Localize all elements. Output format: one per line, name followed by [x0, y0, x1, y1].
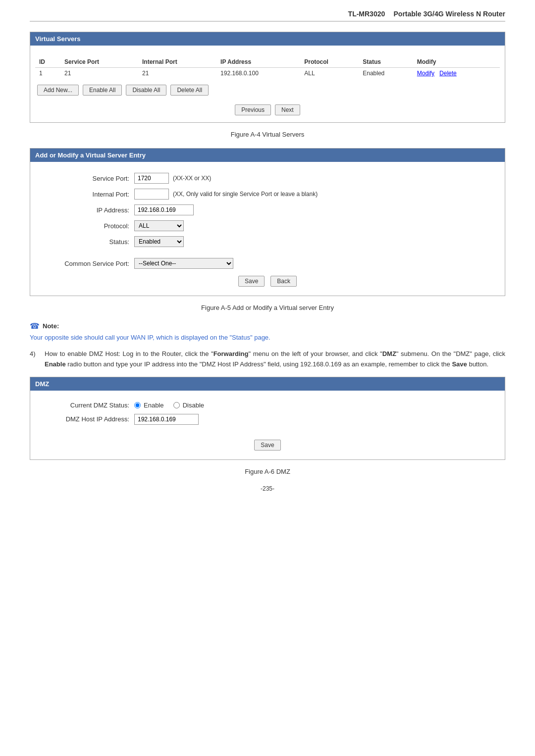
- service-port-label: Service Port:: [35, 175, 134, 182]
- note-label: Note:: [43, 322, 59, 330]
- internal-port-label: Internal Port:: [35, 191, 134, 198]
- col-protocol: Protocol: [300, 56, 359, 68]
- internal-port-row: Internal Port: (XX, Only valid for singl…: [35, 189, 500, 200]
- ip-address-row: IP Address:: [35, 204, 500, 215]
- cell-ip-address: 192.168.0.100: [216, 68, 300, 79]
- col-service-port: Service Port: [60, 56, 138, 68]
- add-modify-title: Add or Modify a Virtual Server Entry: [30, 149, 505, 162]
- dmz-host-ip-row: DMZ Host IP Address:: [35, 414, 500, 425]
- forwarding-bold: Forwarding: [214, 350, 249, 357]
- next-button[interactable]: Next: [275, 104, 300, 115]
- dmz-disable-radio[interactable]: [173, 402, 180, 408]
- item-4: 4) How to enable DMZ Host: Log in to the…: [30, 349, 505, 370]
- dmz-enable-label: Enable: [144, 402, 163, 409]
- internal-port-hint: (XX, Only valid for single Service Port …: [173, 191, 318, 198]
- item-4-content: How to enable DMZ Host: Log in to the Ro…: [45, 349, 505, 370]
- table-row: 1 21 21 192.168.0.100 ALL Enabled Modify…: [35, 68, 500, 79]
- figure-a4-caption: Figure A-4 Virtual Servers: [30, 131, 505, 138]
- back-button[interactable]: Back: [270, 276, 297, 287]
- disable-all-button[interactable]: Disable All: [126, 85, 166, 96]
- pagination-row: Previous Next: [35, 101, 500, 117]
- status-select[interactable]: Enabled Disabled: [134, 236, 184, 247]
- item-4-number: 4): [30, 349, 40, 370]
- service-port-row: Service Port: (XX-XX or XX): [35, 173, 500, 184]
- status-row: Status: Enabled Disabled: [35, 236, 500, 247]
- note-text: Your opposite side should call your WAN …: [30, 334, 505, 341]
- col-ip-address: IP Address: [216, 56, 300, 68]
- cell-service-port: 21: [60, 68, 138, 79]
- virtual-servers-title: Virtual Servers: [30, 32, 505, 46]
- cell-status: Enabled: [359, 68, 413, 79]
- protocol-label: Protocol:: [35, 222, 134, 230]
- dmz-status-row: Current DMZ Status: Enable Disable: [35, 402, 500, 409]
- dmz-host-ip-label: DMZ Host IP Address:: [35, 415, 134, 423]
- note-icon: ☎: [30, 321, 40, 331]
- page-number: -235-: [30, 485, 505, 492]
- delete-link[interactable]: Delete: [439, 70, 457, 77]
- page-header: TL-MR3020 Portable 3G/4G Wireless N Rout…: [30, 10, 505, 22]
- common-service-port-row: Common Service Port: --Select One--: [35, 258, 500, 269]
- ip-address-label: IP Address:: [35, 206, 134, 214]
- modify-link[interactable]: Modify: [417, 70, 434, 77]
- enable-all-button[interactable]: Enable All: [83, 85, 122, 96]
- save-bold: Save: [452, 360, 467, 368]
- virtual-servers-panel: Virtual Servers ID Service Port Internal…: [30, 32, 505, 123]
- dmz-save-button[interactable]: Save: [254, 440, 280, 451]
- col-modify: Modify: [413, 56, 500, 68]
- add-modify-btn-row: Save Back: [35, 276, 500, 287]
- figure-a6-caption: Figure A-6 DMZ: [30, 468, 505, 475]
- vserver-button-row: Add New... Enable All Disable All Delete…: [35, 85, 500, 96]
- dmz-panel: DMZ Current DMZ Status: Enable Disable D…: [30, 377, 505, 460]
- dmz-host-ip-input[interactable]: [134, 414, 199, 425]
- ip-address-input[interactable]: [134, 204, 194, 215]
- dmz-disable-label: Disable: [183, 402, 204, 409]
- service-port-hint: (XX-XX or XX): [173, 175, 211, 182]
- header-description: Portable 3G/4G Wireless N Router: [394, 10, 506, 18]
- col-status: Status: [359, 56, 413, 68]
- delete-all-button[interactable]: Delete All: [170, 85, 209, 96]
- col-id: ID: [35, 56, 60, 68]
- col-internal-port: Internal Port: [138, 56, 216, 68]
- virtual-servers-table: ID Service Port Internal Port IP Address…: [35, 56, 500, 79]
- note-section: ☎ Note: Your opposite side should call y…: [30, 321, 505, 341]
- figure-a5-caption: Figure A-5 Add or Modify a Virtual serve…: [30, 304, 505, 311]
- dmz-panel-title: DMZ: [30, 377, 505, 391]
- cell-internal-port: 21: [138, 68, 216, 79]
- header-model: TL-MR3020: [348, 10, 385, 18]
- previous-button[interactable]: Previous: [235, 104, 271, 115]
- protocol-row: Protocol: ALL TCP UDP: [35, 220, 500, 231]
- add-new-button[interactable]: Add New...: [37, 85, 79, 96]
- dmz-radio-row: Enable Disable: [134, 402, 204, 409]
- dmz-status-label: Current DMZ Status:: [35, 402, 134, 409]
- add-modify-panel: Add or Modify a Virtual Server Entry Ser…: [30, 148, 505, 296]
- dmz-enable-radio[interactable]: [134, 402, 141, 408]
- internal-port-input[interactable]: [134, 189, 169, 200]
- save-button[interactable]: Save: [238, 276, 265, 287]
- service-port-input[interactable]: [134, 173, 169, 184]
- note-header: ☎ Note:: [30, 321, 505, 331]
- cell-protocol: ALL: [300, 68, 359, 79]
- protocol-select[interactable]: ALL TCP UDP: [134, 220, 184, 231]
- common-service-port-label: Common Service Port:: [35, 260, 134, 267]
- cell-modify: Modify Delete: [413, 68, 500, 79]
- enable-bold: Enable: [45, 360, 66, 368]
- status-label: Status:: [35, 238, 134, 246]
- dmz-btn-row: Save: [35, 440, 500, 451]
- cell-id: 1: [35, 68, 60, 79]
- dmz-bold: DMZ: [382, 350, 396, 357]
- common-service-port-select[interactable]: --Select One--: [134, 258, 233, 269]
